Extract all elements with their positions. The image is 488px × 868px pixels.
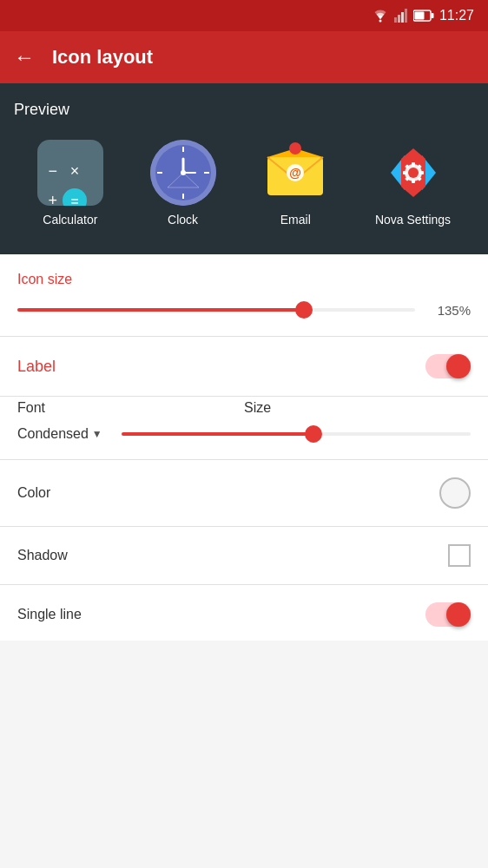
preview-icon-email: @ Email [262, 140, 328, 227]
preview-icon-calculator: − × + = Calculator [37, 140, 103, 227]
icon-size-value: 135% [429, 303, 471, 318]
svg-rect-27 [412, 179, 415, 183]
font-label: Font [17, 400, 45, 415]
single-line-toggle[interactable] [425, 602, 471, 627]
status-time: 11:27 [439, 8, 474, 23]
label-toggle[interactable] [425, 354, 471, 378]
svg-text:@: @ [289, 166, 301, 180]
calculator-label: Calculator [43, 213, 97, 227]
size-label: Size [244, 400, 271, 415]
toolbar: ← Icon layout [0, 31, 488, 83]
label-row: Label [0, 340, 488, 392]
label-title: Label [17, 358, 56, 376]
size-slider-track [122, 432, 471, 436]
single-line-label: Single line [17, 607, 82, 622]
divider-3 [0, 459, 488, 460]
svg-rect-2 [398, 15, 400, 23]
svg-rect-29 [419, 171, 424, 174]
single-line-toggle-thumb [446, 602, 471, 627]
preview-section: Preview − × + = Calculator [0, 83, 488, 254]
nova-settings-icon [380, 140, 446, 206]
shadow-label: Shadow [17, 548, 68, 563]
toolbar-title: Icon layout [52, 46, 153, 69]
preview-icons: − × + = Calculator [14, 133, 474, 233]
calculator-icon: − × + = [37, 140, 103, 206]
icon-size-slider-row: 135% [17, 301, 471, 319]
font-dropdown-value: Condensed [17, 426, 89, 442]
size-slider-container[interactable] [122, 432, 471, 436]
svg-rect-26 [412, 162, 415, 167]
font-size-header-row: Font Size [17, 400, 471, 416]
dropdown-arrow-icon: ▼ [92, 428, 102, 440]
font-section: Font Size Condensed ▼ [0, 400, 488, 456]
wifi-icon [372, 9, 389, 23]
svg-point-23 [289, 142, 301, 155]
shadow-checkbox[interactable] [448, 544, 471, 567]
clock-icon [150, 140, 216, 206]
nova-settings-label: Nova Settings [375, 213, 451, 227]
email-label: Email [280, 213, 311, 227]
icon-size-slider[interactable] [17, 301, 415, 319]
shadow-row: Shadow [0, 530, 488, 581]
signal-icon [394, 9, 408, 23]
color-circle[interactable] [439, 477, 471, 509]
slider-track [17, 308, 415, 312]
font-dropdown-row: Condensed ▼ [17, 426, 471, 442]
svg-rect-4 [405, 9, 407, 23]
svg-point-0 [379, 20, 381, 23]
size-col: Size [244, 400, 471, 416]
status-icons: 11:27 [372, 8, 474, 23]
divider-1 [0, 336, 488, 337]
divider-4 [0, 526, 488, 527]
single-line-row: Single line [0, 589, 488, 641]
slider-fill [17, 308, 304, 312]
preview-icon-clock: Clock [150, 140, 216, 227]
icon-size-title: Icon size [17, 272, 471, 287]
slider-thumb[interactable] [295, 301, 313, 319]
svg-rect-1 [394, 17, 397, 23]
svg-point-25 [408, 168, 419, 178]
divider-5 [0, 584, 488, 585]
toggle-thumb [446, 354, 471, 378]
settings-content: Icon size 135% Label Font Size [0, 254, 488, 641]
size-slider-fill [122, 432, 313, 436]
color-label: Color [17, 485, 50, 501]
battery-icon [413, 10, 434, 22]
preview-icon-nova: Nova Settings [375, 140, 451, 227]
color-row: Color [0, 464, 488, 523]
svg-rect-7 [431, 13, 433, 18]
icon-size-section: Icon size 135% [0, 254, 488, 332]
clock-label: Clock [168, 213, 198, 227]
status-bar: 11:27 [0, 0, 488, 31]
font-dropdown[interactable]: Condensed ▼ [17, 426, 122, 442]
svg-rect-3 [401, 12, 404, 23]
font-col: Font [17, 400, 244, 416]
email-icon: @ [262, 140, 328, 206]
divider-2 [0, 396, 488, 397]
preview-label: Preview [14, 101, 474, 119]
svg-rect-28 [403, 171, 407, 174]
back-button[interactable]: ← [14, 45, 35, 69]
size-slider-thumb[interactable] [305, 425, 322, 443]
svg-rect-6 [414, 12, 424, 20]
